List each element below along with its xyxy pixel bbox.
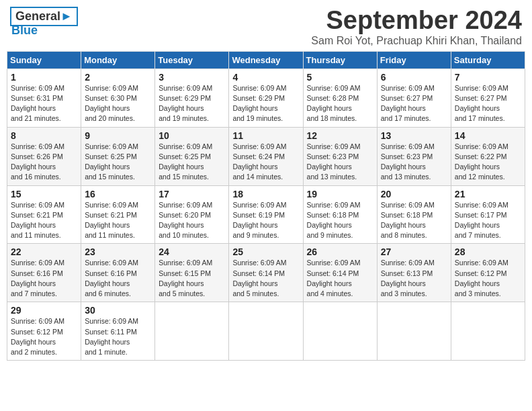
col-saturday: Saturday bbox=[451, 51, 525, 68]
day-number: 30 bbox=[85, 305, 151, 316]
day-number: 14 bbox=[455, 130, 521, 141]
day-number: 1 bbox=[11, 72, 77, 83]
calendar-cell: 29 Sunrise: 6:09 AM Sunset: 6:12 PM Dayl… bbox=[7, 302, 81, 361]
calendar-cell: 20 Sunrise: 6:09 AM Sunset: 6:18 PM Dayl… bbox=[377, 185, 451, 244]
day-number: 15 bbox=[11, 189, 77, 199]
day-info: Sunrise: 6:09 AM Sunset: 6:13 PM Dayligh… bbox=[381, 258, 447, 299]
calendar-cell: 3 Sunrise: 6:09 AM Sunset: 6:29 PM Dayli… bbox=[155, 68, 229, 127]
day-info: Sunrise: 6:09 AM Sunset: 6:18 PM Dayligh… bbox=[381, 200, 447, 241]
calendar-cell: 6 Sunrise: 6:09 AM Sunset: 6:27 PM Dayli… bbox=[377, 68, 451, 127]
day-number: 22 bbox=[11, 246, 77, 257]
day-info: Sunrise: 6:09 AM Sunset: 6:16 PM Dayligh… bbox=[85, 258, 151, 299]
calendar-cell: 22 Sunrise: 6:09 AM Sunset: 6:16 PM Dayl… bbox=[7, 244, 81, 302]
col-sunday: Sunday bbox=[7, 51, 81, 68]
calendar-table: Sunday Monday Tuesday Wednesday Thursday… bbox=[7, 51, 525, 361]
day-info: Sunrise: 6:09 AM Sunset: 6:18 PM Dayligh… bbox=[307, 200, 373, 241]
calendar-cell: 1 Sunrise: 6:09 AM Sunset: 6:31 PM Dayli… bbox=[7, 68, 81, 127]
day-number: 21 bbox=[455, 189, 521, 199]
calendar-cell: 15 Sunrise: 6:09 AM Sunset: 6:21 PM Dayl… bbox=[7, 185, 81, 244]
day-number: 18 bbox=[232, 189, 299, 199]
day-info: Sunrise: 6:09 AM Sunset: 6:29 PM Dayligh… bbox=[159, 83, 225, 124]
calendar-cell: 23 Sunrise: 6:09 AM Sunset: 6:16 PM Dayl… bbox=[81, 244, 155, 302]
calendar-cell bbox=[451, 302, 525, 361]
day-number: 12 bbox=[307, 130, 373, 141]
day-number: 20 bbox=[381, 189, 447, 199]
day-number: 27 bbox=[381, 246, 447, 257]
day-number: 11 bbox=[232, 130, 299, 141]
calendar-cell: 11 Sunrise: 6:09 AM Sunset: 6:24 PM Dayl… bbox=[229, 127, 303, 185]
calendar-cell: 16 Sunrise: 6:09 AM Sunset: 6:21 PM Dayl… bbox=[81, 185, 155, 244]
day-number: 6 bbox=[381, 72, 447, 83]
col-wednesday: Wednesday bbox=[229, 51, 303, 68]
day-number: 17 bbox=[159, 189, 225, 199]
calendar-cell bbox=[303, 302, 377, 361]
day-number: 5 bbox=[307, 72, 373, 83]
col-friday: Friday bbox=[377, 51, 451, 68]
day-number: 16 bbox=[85, 189, 151, 199]
calendar-cell: 9 Sunrise: 6:09 AM Sunset: 6:25 PM Dayli… bbox=[81, 127, 155, 185]
day-number: 8 bbox=[11, 130, 77, 141]
day-info: Sunrise: 6:09 AM Sunset: 6:27 PM Dayligh… bbox=[455, 83, 521, 124]
day-info: Sunrise: 6:09 AM Sunset: 6:21 PM Dayligh… bbox=[11, 200, 77, 241]
calendar-cell: 8 Sunrise: 6:09 AM Sunset: 6:26 PM Dayli… bbox=[7, 127, 81, 185]
day-info: Sunrise: 6:09 AM Sunset: 6:17 PM Dayligh… bbox=[455, 200, 521, 241]
calendar-cell bbox=[229, 302, 303, 361]
title-block: September 2024 Sam Roi Yot, Prachuap Khi… bbox=[311, 7, 522, 47]
day-number: 4 bbox=[232, 72, 299, 83]
calendar-cell: 30 Sunrise: 6:09 AM Sunset: 6:11 PM Dayl… bbox=[81, 302, 155, 361]
day-info: Sunrise: 6:09 AM Sunset: 6:23 PM Dayligh… bbox=[307, 142, 373, 183]
day-number: 2 bbox=[85, 72, 151, 83]
calendar-cell: 17 Sunrise: 6:09 AM Sunset: 6:20 PM Dayl… bbox=[155, 185, 229, 244]
day-info: Sunrise: 6:09 AM Sunset: 6:21 PM Dayligh… bbox=[85, 200, 151, 241]
day-number: 25 bbox=[232, 246, 299, 257]
day-info: Sunrise: 6:09 AM Sunset: 6:27 PM Dayligh… bbox=[381, 83, 447, 124]
day-number: 29 bbox=[11, 305, 77, 316]
calendar-cell: 13 Sunrise: 6:09 AM Sunset: 6:23 PM Dayl… bbox=[377, 127, 451, 185]
day-info: Sunrise: 6:09 AM Sunset: 6:25 PM Dayligh… bbox=[159, 142, 225, 183]
day-number: 24 bbox=[159, 246, 225, 257]
logo: General► Blue bbox=[10, 7, 78, 38]
calendar-cell bbox=[155, 302, 229, 361]
calendar-cell: 10 Sunrise: 6:09 AM Sunset: 6:25 PM Dayl… bbox=[155, 127, 229, 185]
day-info: Sunrise: 6:09 AM Sunset: 6:23 PM Dayligh… bbox=[381, 142, 447, 183]
day-info: Sunrise: 6:09 AM Sunset: 6:19 PM Dayligh… bbox=[232, 200, 299, 241]
calendar-cell: 26 Sunrise: 6:09 AM Sunset: 6:14 PM Dayl… bbox=[303, 244, 377, 302]
day-info: Sunrise: 6:09 AM Sunset: 6:16 PM Dayligh… bbox=[11, 258, 77, 299]
calendar-cell bbox=[377, 302, 451, 361]
col-monday: Monday bbox=[81, 51, 155, 68]
calendar-cell: 14 Sunrise: 6:09 AM Sunset: 6:22 PM Dayl… bbox=[451, 127, 525, 185]
day-number: 26 bbox=[307, 246, 373, 257]
calendar-cell: 25 Sunrise: 6:09 AM Sunset: 6:14 PM Dayl… bbox=[229, 244, 303, 302]
day-info: Sunrise: 6:09 AM Sunset: 6:14 PM Dayligh… bbox=[232, 258, 299, 299]
day-info: Sunrise: 6:09 AM Sunset: 6:28 PM Dayligh… bbox=[307, 83, 373, 124]
calendar-cell: 5 Sunrise: 6:09 AM Sunset: 6:28 PM Dayli… bbox=[303, 68, 377, 127]
day-number: 9 bbox=[85, 130, 151, 141]
month-title: September 2024 bbox=[311, 7, 522, 35]
day-info: Sunrise: 6:09 AM Sunset: 6:12 PM Dayligh… bbox=[11, 316, 77, 357]
day-info: Sunrise: 6:09 AM Sunset: 6:29 PM Dayligh… bbox=[232, 83, 299, 124]
calendar-cell: 21 Sunrise: 6:09 AM Sunset: 6:17 PM Dayl… bbox=[451, 185, 525, 244]
day-number: 3 bbox=[159, 72, 225, 83]
day-info: Sunrise: 6:09 AM Sunset: 6:26 PM Dayligh… bbox=[11, 142, 77, 183]
col-thursday: Thursday bbox=[303, 51, 377, 68]
day-info: Sunrise: 6:09 AM Sunset: 6:22 PM Dayligh… bbox=[455, 142, 521, 183]
day-info: Sunrise: 6:09 AM Sunset: 6:30 PM Dayligh… bbox=[85, 83, 151, 124]
day-info: Sunrise: 6:09 AM Sunset: 6:24 PM Dayligh… bbox=[232, 142, 299, 183]
day-number: 19 bbox=[307, 189, 373, 199]
day-info: Sunrise: 6:09 AM Sunset: 6:20 PM Dayligh… bbox=[159, 200, 225, 241]
calendar-cell: 18 Sunrise: 6:09 AM Sunset: 6:19 PM Dayl… bbox=[229, 185, 303, 244]
calendar-cell: 19 Sunrise: 6:09 AM Sunset: 6:18 PM Dayl… bbox=[303, 185, 377, 244]
day-number: 28 bbox=[455, 246, 521, 257]
day-info: Sunrise: 6:09 AM Sunset: 6:12 PM Dayligh… bbox=[455, 258, 521, 299]
day-info: Sunrise: 6:09 AM Sunset: 6:25 PM Dayligh… bbox=[85, 142, 151, 183]
calendar-cell: 2 Sunrise: 6:09 AM Sunset: 6:30 PM Dayli… bbox=[81, 68, 155, 127]
calendar-cell: 4 Sunrise: 6:09 AM Sunset: 6:29 PM Dayli… bbox=[229, 68, 303, 127]
day-number: 7 bbox=[455, 72, 521, 83]
calendar-cell: 24 Sunrise: 6:09 AM Sunset: 6:15 PM Dayl… bbox=[155, 244, 229, 302]
calendar-cell: 27 Sunrise: 6:09 AM Sunset: 6:13 PM Dayl… bbox=[377, 244, 451, 302]
page-header: General► Blue September 2024 Sam Roi Yot… bbox=[7, 7, 525, 47]
calendar-cell: 7 Sunrise: 6:09 AM Sunset: 6:27 PM Dayli… bbox=[451, 68, 525, 127]
day-number: 23 bbox=[85, 246, 151, 257]
day-number: 10 bbox=[159, 130, 225, 141]
calendar-cell: 12 Sunrise: 6:09 AM Sunset: 6:23 PM Dayl… bbox=[303, 127, 377, 185]
